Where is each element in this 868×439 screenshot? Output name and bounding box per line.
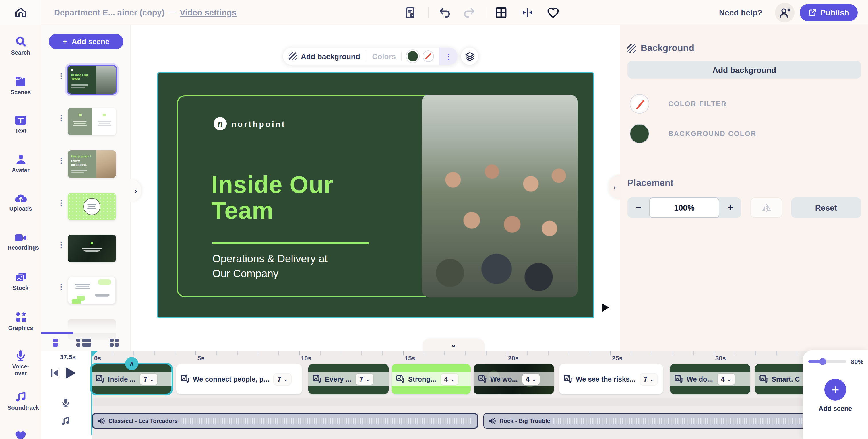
thumb-art [71, 84, 88, 86]
layers-button[interactable] [461, 48, 478, 65]
scene-thumbnail-6[interactable] [68, 277, 116, 304]
toolbar-overflow-menu[interactable]: ⋮ [439, 48, 458, 65]
layout-grid-button[interactable] [495, 6, 507, 19]
need-help-link[interactable]: Need help? [719, 0, 763, 25]
add-scene-fab[interactable]: + [825, 379, 846, 401]
playhead[interactable] [91, 351, 92, 435]
scene-variant-dropdown[interactable]: 4⌄ [441, 373, 458, 385]
background-color-swatch[interactable] [630, 124, 649, 144]
add-scene-button[interactable]: + Add scene [49, 34, 123, 49]
slide-title[interactable]: Inside Our Team [211, 172, 378, 224]
music-track-button[interactable] [60, 415, 71, 427]
sidebar-item-scenes[interactable]: Scenes [0, 76, 41, 96]
audio-waveform [181, 418, 472, 424]
scale-increase-button[interactable]: + [719, 197, 741, 218]
view-toggle-detail[interactable] [76, 339, 91, 347]
chevron-down-icon: ⌄ [727, 376, 732, 382]
scene-thumbnail-1[interactable]: Inside Our Team [68, 66, 116, 94]
background-color-swatch[interactable] [408, 51, 418, 61]
scene-thumbnail-2[interactable] [68, 108, 116, 135]
scene-variant-dropdown[interactable]: 7⌄ [274, 373, 291, 385]
scene-variant-dropdown[interactable]: 7⌄ [140, 373, 157, 385]
total-duration: 37.5s [48, 353, 76, 360]
sidebar-item-search[interactable]: Search [0, 36, 41, 56]
scene-thumbnail-4[interactable] [68, 193, 116, 220]
view-toggle-list-active[interactable] [53, 339, 58, 347]
scale-stepper: − 100% + [627, 197, 741, 218]
scenes-view-toggles [41, 334, 130, 351]
scene-menu-button[interactable]: ⋮ [57, 243, 62, 247]
scene-menu-button[interactable]: ⋮ [57, 201, 62, 205]
zoom-slider-knob[interactable] [819, 358, 826, 365]
audio-clip-1[interactable]: Classical - Les Toreadors [92, 413, 478, 429]
ruler-label: 15s [405, 355, 415, 362]
timeline-block-2[interactable]: We connect people, p... 7⌄ [176, 364, 302, 394]
script-view-button[interactable] [404, 6, 417, 19]
timeline-block-6[interactable]: We see the risks... 7⌄ [559, 364, 663, 394]
flip-horizontal-button[interactable] [750, 197, 782, 218]
scene-menu-button[interactable]: ⋮ [57, 116, 62, 120]
skip-to-start-button[interactable] [50, 368, 60, 378]
thumb-art [71, 171, 84, 173]
sidebar-item-avatar[interactable]: Avatar [0, 154, 41, 174]
timeline-block-4[interactable]: Strong... 4⌄ [392, 364, 471, 394]
color-filter-swatch[interactable] [630, 94, 649, 114]
slide-logo[interactable]: n northpoint [214, 117, 286, 130]
favorite-button[interactable] [547, 6, 559, 19]
background-hatch-icon [289, 52, 297, 60]
slide-subtitle[interactable]: Operations & Delivery at Our Company [212, 251, 342, 281]
video-settings-link[interactable]: Video settings [180, 8, 237, 17]
scene-variant-dropdown[interactable]: 4⌄ [718, 373, 735, 385]
sidebar-item-favorites[interactable] [0, 430, 41, 439]
play-button[interactable] [64, 366, 77, 380]
team-photo[interactable] [422, 95, 578, 297]
sidebar-item-recordings[interactable]: Recordings [0, 233, 41, 251]
timeline-block-7[interactable]: We do... 4⌄ [670, 364, 750, 394]
thumb-art [83, 250, 100, 250]
stock-icon [14, 272, 27, 283]
sidebar-item-text[interactable]: Text [0, 115, 41, 134]
chevron-up-icon: ∧ [129, 360, 134, 367]
scale-decrease-button[interactable]: − [627, 197, 649, 218]
sidebar-item-stock[interactable]: Stock [0, 272, 41, 291]
thumb-art [88, 206, 95, 207]
sidebar-item-uploads[interactable]: Uploads [0, 193, 41, 212]
add-background-button-panel[interactable]: Add background [627, 61, 861, 79]
add-background-button[interactable]: Add background [283, 48, 366, 65]
scene-thumbnail-3[interactable]: Every project. Every milestone. [68, 150, 116, 178]
undo-button[interactable] [439, 6, 451, 19]
background-settings-panel: Background Add background COLOR FILTER B… [620, 25, 868, 351]
zoom-slider[interactable] [808, 360, 846, 363]
scene-variant-dropdown[interactable]: 7⌄ [640, 373, 657, 385]
scale-value-input[interactable]: 100% [649, 197, 719, 218]
timeline-ruler[interactable] [92, 351, 868, 355]
scene-menu-button[interactable]: ⋮ [57, 74, 62, 78]
view-toggle-grid[interactable] [110, 339, 119, 347]
timeline-block-3[interactable]: Every ... 7⌄ [308, 364, 389, 394]
home-button[interactable] [0, 0, 41, 25]
split-scene-button[interactable] [521, 6, 534, 19]
publish-button[interactable]: Publish [800, 4, 858, 21]
colors-button[interactable]: Colors [367, 48, 402, 65]
scene-variant-dropdown[interactable]: 7⌄ [356, 373, 373, 385]
reset-button[interactable]: Reset [791, 197, 861, 218]
sidebar-item-soundtrack[interactable]: Soundtrack [0, 391, 41, 411]
collapse-timeline-button[interactable]: ⌄ [423, 339, 485, 351]
topbar: Department E... ainer (copy) — Video set… [0, 0, 868, 25]
scene-thumbnail-5[interactable] [68, 235, 116, 262]
timeline-block-5[interactable]: We wo... 4⌄ [474, 364, 554, 394]
redo-button[interactable] [463, 6, 475, 19]
no-filter-swatch[interactable] [423, 51, 434, 61]
sidebar-item-voice-over[interactable]: Voice-over [0, 349, 41, 376]
preview-play-button[interactable] [601, 303, 609, 312]
scene-menu-button[interactable]: ⋮ [57, 285, 62, 289]
block-resize-handle[interactable]: ∧ [125, 357, 138, 370]
voice-track-mic-button[interactable] [60, 397, 71, 409]
invite-collaborator-button[interactable] [775, 3, 795, 22]
scene-variant-dropdown[interactable]: 4⌄ [522, 373, 539, 385]
sidebar-item-graphics[interactable]: Graphics [0, 311, 41, 332]
scene-row-2: ⋮ [41, 108, 131, 135]
voiceover-track[interactable] [92, 398, 868, 406]
scene-menu-button[interactable]: ⋮ [57, 158, 62, 162]
slide-canvas[interactable]: n northpoint Inside Our Team Operations … [157, 72, 594, 318]
